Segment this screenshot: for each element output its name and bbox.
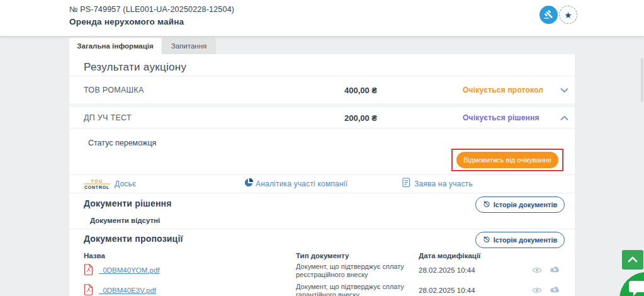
divider xyxy=(69,174,575,175)
company-analytics-link[interactable]: Аналітика участі компанії xyxy=(256,179,347,188)
bid-row-1: ТОВ РОМАШКА 400,00 ₴ Очікується протокол xyxy=(69,76,575,103)
chat-widget-button[interactable] xyxy=(619,272,644,296)
document-row: _0DBM40E3V.pdf Документ, що підтверджує … xyxy=(69,282,575,296)
history-icon xyxy=(483,200,490,209)
chevron-down-icon xyxy=(560,85,568,94)
history-button-label: Історія документів xyxy=(494,236,558,244)
tab-questions[interactable]: Запитання xyxy=(162,38,216,54)
history-icon xyxy=(483,236,490,244)
decision-documents-title: Документи рішення xyxy=(84,198,172,208)
cloud-download-icon xyxy=(549,266,560,276)
chevron-up-icon xyxy=(628,255,638,265)
eye-icon xyxy=(532,287,542,296)
bidder-name: ТОВ РОМАШКА xyxy=(84,86,144,94)
scroll-to-top-button[interactable] xyxy=(622,250,643,270)
auction-gavel-button[interactable] xyxy=(539,6,558,24)
scrollbar[interactable] xyxy=(641,58,643,102)
divider xyxy=(69,229,575,229)
bid-status: Очікується протокол xyxy=(463,86,543,94)
history-button-label: Історія документів xyxy=(494,201,558,208)
preview-document-button[interactable] xyxy=(532,266,542,276)
download-document-button[interactable] xyxy=(549,265,560,276)
youcontrol-logo-top: YOU xyxy=(84,179,110,185)
cloud-download-icon xyxy=(549,287,560,296)
bid-status: Очікується рішення xyxy=(463,113,539,122)
document-file-link[interactable]: _0DBM40E3V.pdf xyxy=(99,287,156,294)
document-type: Документ, що підтверджує сплату гарантій… xyxy=(296,283,412,296)
winner-status-label: Статус переможця xyxy=(88,139,156,147)
expand-row-button[interactable] xyxy=(559,84,570,96)
gavel-icon xyxy=(544,9,553,21)
pdf-icon xyxy=(84,264,93,278)
tab-label: Запитання xyxy=(171,42,206,50)
document-row: _0DBM40YOM.pdf Документ, що підтверджує … xyxy=(69,262,575,281)
company-links-row: YOU CONTROL Досьє Аналітика участі компа… xyxy=(69,177,575,191)
bidder-name: ДП УЧ ТЕСТ xyxy=(84,113,132,122)
preview-document-button[interactable] xyxy=(532,287,542,296)
page-title: Оренда нерухомого майна xyxy=(69,17,234,26)
page: № PS-749957 (LLE001-UA-20250228-12504) О… xyxy=(0,0,644,296)
dossier-link[interactable]: Досьє xyxy=(115,179,136,188)
proposal-documents-history-button[interactable]: Історія документів xyxy=(475,232,565,248)
header-bar: № PS-749957 (LLE001-UA-20250228-12504) О… xyxy=(0,0,644,36)
favorite-star-button[interactable]: ★ xyxy=(559,6,577,24)
youcontrol-logo-bottom: CONTROL xyxy=(84,185,110,190)
column-header-name: Назва xyxy=(84,252,105,259)
chevron-up-icon xyxy=(560,113,568,122)
proposal-documents-title: Документи пропозиції xyxy=(84,234,183,244)
auction-results-title: Результати аукціону xyxy=(84,61,186,74)
document-type: Документ, що підтверджує сплату реєстрац… xyxy=(296,263,412,278)
column-header-date: Дата модифікації xyxy=(419,252,480,259)
youcontrol-logo[interactable]: YOU CONTROL xyxy=(84,179,110,190)
column-header-type: Тип документу xyxy=(296,252,349,259)
bid-amount: 400,00 ₴ xyxy=(344,85,377,94)
divider xyxy=(69,193,575,193)
participation-application-link[interactable]: Заява на участь xyxy=(414,179,473,188)
no-documents-text: Документи відсутні xyxy=(90,217,160,224)
document-date: 28.02.2025 10:44 xyxy=(419,266,475,274)
pie-chart-icon xyxy=(244,178,254,190)
download-document-button[interactable] xyxy=(549,285,560,296)
document-date: 28.02.2025 10:44 xyxy=(419,287,475,294)
document-icon xyxy=(402,178,410,190)
tab-general-info[interactable]: Загальна інформація xyxy=(69,38,161,54)
collapse-row-button[interactable] xyxy=(559,111,570,123)
lot-header: № PS-749957 (LLE001-UA-20250228-12504) О… xyxy=(69,5,234,26)
tab-label: Загальна інформація xyxy=(77,42,153,50)
bid-amount: 200,00 ₴ xyxy=(344,113,377,122)
document-file-link[interactable]: _0DBM40YOM.pdf xyxy=(99,266,160,274)
bid-row-2: ДП УЧ ТЕСТ 200,00 ₴ Очікується рішення xyxy=(69,107,575,128)
decision-documents-history-button[interactable]: Історія документів xyxy=(475,196,565,213)
tab-bar: Загальна інформація Запитання xyxy=(69,38,216,54)
lot-number: № PS-749957 (LLE001-UA-20250228-12504) xyxy=(69,5,234,14)
star-icon: ★ xyxy=(564,11,572,20)
content-card: Результати аукціону ТОВ РОМАШКА 400,00 ₴… xyxy=(69,54,575,296)
pdf-icon xyxy=(84,284,93,296)
divider xyxy=(69,128,575,128)
decline-waiting-button[interactable]: Відмовитись від очікування xyxy=(456,152,558,168)
eye-icon xyxy=(532,266,542,276)
